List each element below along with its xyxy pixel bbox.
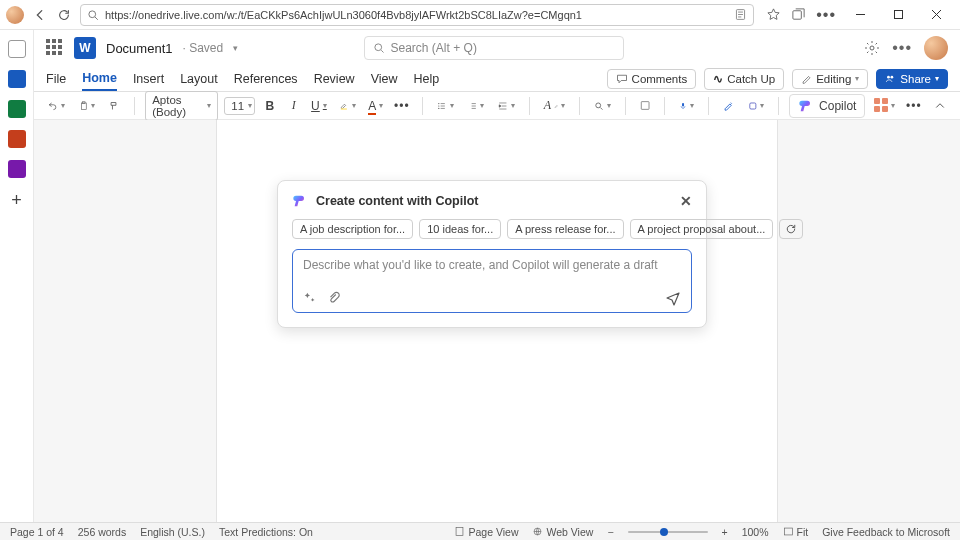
document-title[interactable]: Document1	[106, 41, 172, 56]
send-button[interactable]	[665, 290, 681, 306]
underline-button[interactable]: U▾	[309, 96, 329, 116]
comments-button[interactable]: Comments	[607, 69, 697, 89]
browser-toolbar: https://onedrive.live.com/w:/t/EaCKkPs6A…	[0, 0, 960, 30]
search-icon	[87, 9, 99, 21]
share-button[interactable]: Share▾	[876, 69, 948, 89]
refresh-suggestions-button[interactable]	[779, 219, 803, 239]
tab-home[interactable]: Home	[82, 67, 117, 91]
app-rail: +	[0, 30, 34, 522]
language-indicator[interactable]: English (U.S.)	[140, 526, 205, 538]
chevron-down-icon[interactable]: ▾	[233, 43, 238, 53]
sparkle-icon[interactable]	[303, 291, 317, 305]
svg-point-11	[438, 102, 439, 103]
add-app-button[interactable]: +	[11, 190, 22, 211]
styles-button[interactable]: A▾	[540, 95, 570, 116]
browser-right-controls: •••	[762, 1, 954, 29]
fit-button[interactable]: Fit	[783, 526, 809, 538]
close-button[interactable]	[922, 1, 950, 29]
feedback-link[interactable]: Give Feedback to Microsoft	[822, 526, 950, 538]
catchup-button[interactable]: ∿Catch Up	[704, 68, 784, 90]
word-app-icon[interactable]	[8, 70, 26, 88]
svg-point-12	[438, 105, 439, 106]
numbering-button[interactable]: ▾	[464, 96, 489, 116]
more-icon[interactable]: •••	[892, 39, 912, 57]
onenote-app-icon[interactable]	[8, 160, 26, 178]
more-font-button[interactable]: •••	[392, 96, 412, 116]
zoom-in-button[interactable]: +	[722, 526, 728, 538]
app-launcher-icon[interactable]	[46, 39, 64, 57]
tab-layout[interactable]: Layout	[180, 68, 218, 90]
suggestion-chip[interactable]: A press release for...	[507, 219, 623, 239]
svg-point-4	[374, 44, 381, 51]
zoom-out-button[interactable]: −	[607, 526, 613, 538]
tab-review[interactable]: Review	[314, 68, 355, 90]
bullets-button[interactable]: ▾	[433, 96, 458, 116]
font-size-select[interactable]: 11▾	[224, 97, 254, 115]
zoom-level[interactable]: 100%	[742, 526, 769, 538]
highlight-button[interactable]: ▾	[335, 96, 360, 116]
bold-button[interactable]: B	[261, 96, 279, 116]
favorite-icon[interactable]	[766, 7, 781, 22]
suggestion-chip[interactable]: 10 ideas for...	[419, 219, 501, 239]
add-ins-button[interactable]: ▾	[871, 95, 897, 117]
indent-button[interactable]: ▾	[494, 96, 519, 116]
collections-icon[interactable]	[791, 7, 806, 22]
user-avatar-icon[interactable]	[924, 36, 948, 60]
maximize-button[interactable]	[884, 1, 912, 29]
document-canvas[interactable]: Create content with Copilot ✕ A job desc…	[34, 120, 960, 522]
copilot-card-title: Create content with Copilot	[316, 194, 479, 208]
svg-rect-20	[784, 528, 792, 535]
web-view-button[interactable]: Web View	[532, 526, 593, 538]
word-count[interactable]: 256 words	[78, 526, 126, 538]
loop-button[interactable]: ▾	[744, 96, 769, 116]
search-icon	[373, 42, 385, 54]
more-commands-button[interactable]: •••	[904, 96, 924, 116]
close-icon[interactable]: ✕	[680, 193, 692, 209]
tab-help[interactable]: Help	[414, 68, 440, 90]
copilot-prompt-input[interactable]: Describe what you'd like to create, and …	[292, 249, 692, 313]
copilot-draft-card: Create content with Copilot ✕ A job desc…	[277, 180, 707, 328]
suggestion-chip[interactable]: A job description for...	[292, 219, 413, 239]
editing-button[interactable]: Editing▾	[792, 69, 868, 89]
more-icon[interactable]: •••	[816, 6, 836, 24]
attachment-icon[interactable]	[327, 291, 341, 305]
font-name-select[interactable]: Aptos (Body)▾	[145, 91, 218, 121]
dictate-button[interactable]: ▾	[675, 96, 698, 116]
home-app-icon[interactable]	[8, 40, 26, 58]
reader-icon[interactable]	[734, 8, 747, 21]
minimize-button[interactable]	[846, 1, 874, 29]
address-bar[interactable]: https://onedrive.live.com/w:/t/EaCKkPs6A…	[80, 4, 754, 26]
collapse-ribbon-button[interactable]	[930, 97, 950, 115]
status-bar: Page 1 of 4 256 words English (U.S.) Tex…	[0, 522, 960, 540]
paste-button[interactable]: ▾	[75, 96, 100, 116]
tab-file[interactable]: File	[46, 68, 66, 90]
prompt-placeholder: Describe what you'd like to create, and …	[303, 258, 681, 276]
tab-view[interactable]: View	[371, 68, 398, 90]
font-color-button[interactable]: A▾	[366, 96, 386, 116]
italic-button[interactable]: I	[285, 95, 303, 116]
refresh-button[interactable]	[56, 7, 72, 23]
suggestion-chip[interactable]: A project proposal about...	[630, 219, 774, 239]
back-button[interactable]	[32, 7, 48, 23]
powerpoint-app-icon[interactable]	[8, 130, 26, 148]
editor-button[interactable]	[719, 96, 738, 116]
search-input[interactable]: Search (Alt + Q)	[364, 36, 624, 60]
svg-point-5	[870, 46, 874, 50]
tab-insert[interactable]: Insert	[133, 68, 164, 90]
format-painter-button[interactable]	[105, 96, 124, 116]
zoom-slider[interactable]	[628, 531, 708, 533]
profile-avatar-icon[interactable]	[6, 6, 24, 24]
document-page[interactable]: Create content with Copilot ✕ A job desc…	[217, 120, 777, 522]
find-button[interactable]: ▾	[590, 96, 615, 116]
svg-point-6	[887, 76, 890, 79]
svg-rect-3	[894, 11, 902, 19]
excel-app-icon[interactable]	[8, 100, 26, 118]
text-predictions[interactable]: Text Predictions: On	[219, 526, 313, 538]
tab-references[interactable]: References	[234, 68, 298, 90]
settings-icon[interactable]	[864, 40, 880, 56]
page-indicator[interactable]: Page 1 of 4	[10, 526, 64, 538]
designer-button[interactable]	[636, 96, 654, 115]
copilot-button[interactable]: Copilot	[789, 94, 865, 118]
undo-button[interactable]: ▾	[44, 96, 69, 116]
page-view-button[interactable]: Page View	[454, 526, 518, 538]
